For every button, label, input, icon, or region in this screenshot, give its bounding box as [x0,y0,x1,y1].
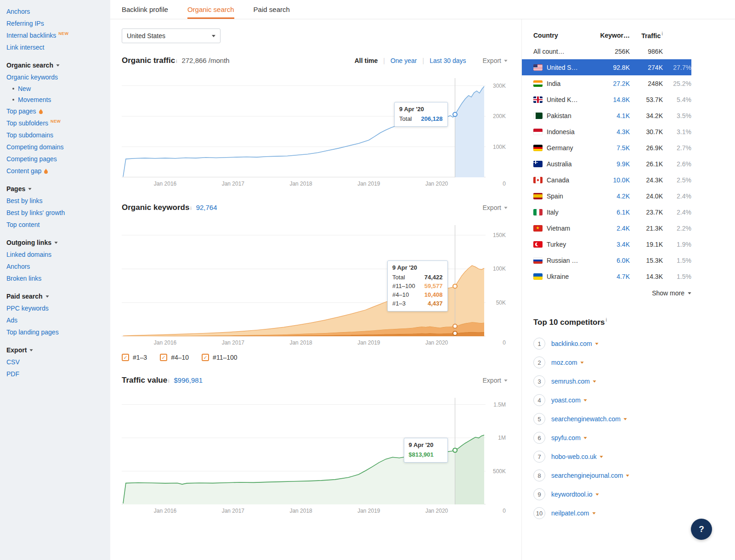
keywords-value[interactable]: 4.2K [597,192,630,200]
export-button[interactable]: Export [483,377,508,384]
organic-keywords-section: Organic keywords i 92,764 Export 9 Apr '… [122,203,508,361]
traffic-share: 2.7% [663,144,691,152]
sidebar-item-content-gap[interactable]: Content gap [6,165,106,177]
traffic-column-header[interactable]: Traffici [630,31,663,40]
sidebar-header-outgoing-links[interactable]: Outgoing links [6,237,106,249]
competitor-link-semrush-com[interactable]: semrush.com [551,378,596,385]
competitor-link-spyfu-com[interactable]: spyfu.com [551,434,587,441]
keywords-value[interactable]: 6.1K [597,209,630,216]
sidebar-item-link-intersect[interactable]: Link intersect [6,41,106,53]
competitor-link-hobo-web-co-uk[interactable]: hobo-web.co.uk [551,453,603,460]
sidebar-item-ppc-keywords[interactable]: PPC keywords [6,302,106,314]
range-all-time[interactable]: All time [355,57,378,64]
keywords-value[interactable]: 27.2K [597,80,630,87]
position-filter-1-3[interactable]: ✓#1–3 [122,354,147,361]
country-row-australia[interactable]: Australia9.9K26.1K2.6% [522,156,691,172]
country-row-ukraine[interactable]: Ukraine4.7K14.3K1.5% [522,268,691,284]
sidebar-item-top-subdomains[interactable]: Top subdomains [6,129,106,141]
country-row-india[interactable]: India27.2K248K25.2% [522,75,691,91]
tab-backlink-profile[interactable]: Backlink profile [122,0,168,19]
competitor-link-searchenginejournal-com[interactable]: searchenginejournal.com [551,472,629,479]
flag-ca-icon [533,177,543,183]
export-button[interactable]: Export [483,57,508,64]
keywords-value[interactable]: 9.9K [597,160,630,168]
sidebar-item-broken-links[interactable]: Broken links [6,272,106,284]
keywords-value[interactable]: 4.1K [597,112,630,119]
sidebar-item-anchors[interactable]: Anchors [6,260,106,272]
sidebar-item-new[interactable]: New [6,83,106,94]
sidebar-item-pdf[interactable]: PDF [6,368,106,380]
keywords-value[interactable]: 4.3K [597,128,630,136]
country-row-all-count[interactable]: All count…256K986K [522,43,691,59]
keywords-value[interactable]: 4.7K [597,273,630,280]
competitor-domain: neilpatel.com [551,509,589,517]
country-row-canada[interactable]: Canada10.0K24.3K2.5% [522,172,691,188]
competitor-link-backlinko-com[interactable]: backlinko.com [551,340,599,347]
show-more-button[interactable]: Show more [533,284,691,302]
sidebar-header-export[interactable]: Export [6,344,106,356]
organic-keywords-chart[interactable]: 9 Apr '20Total74,422#11–10059,577#4–1010… [122,225,486,336]
sidebar-header-organic-search[interactable]: Organic search [6,59,106,71]
sidebar-item-top-content[interactable]: Top content [6,219,106,231]
keywords-value[interactable]: 92.8K [597,64,630,71]
country-row-italy[interactable]: Italy6.1K23.7K2.4% [522,204,691,220]
sidebar-item-csv[interactable]: CSV [6,356,106,368]
keywords-value[interactable]: 10.0K [597,176,630,184]
sidebar-item-competing-domains[interactable]: Competing domains [6,141,106,153]
competitor-link-keywordtool-io[interactable]: keywordtool.io [551,491,599,498]
keywords-value[interactable]: 2.4K [597,225,630,232]
keywords-column-header[interactable]: Keywor… [597,32,630,39]
position-filter-4-10[interactable]: ✓#4–10 [160,354,189,361]
sidebar-item-competing-pages[interactable]: Competing pages [6,153,106,165]
sidebar-item-organic-keywords[interactable]: Organic keywords [6,71,106,83]
traffic-value-value[interactable]: $996,981 [174,376,203,384]
sidebar-item-top-landing-pages[interactable]: Top landing pages [6,326,106,338]
country-row-pakistan[interactable]: Pakistan4.1K34.2K3.5% [522,107,691,124]
sidebar-header-pages[interactable]: Pages [6,183,106,195]
country-row-russian[interactable]: Russian …6.0K15.3K1.5% [522,252,691,268]
sidebar-item-top-subfolders[interactable]: Top subfoldersNEW [6,117,106,129]
sidebar-item-ads[interactable]: Ads [6,314,106,326]
sidebar-header-paid-search[interactable]: Paid search [6,290,106,302]
keywords-value[interactable]: 14.8K [597,96,630,103]
country-column-header[interactable]: Country [533,32,597,39]
competitor-link-moz-com[interactable]: moz.com [551,359,584,366]
sidebar-item-movements[interactable]: Movements [6,94,106,105]
tab-paid-search[interactable]: Paid search [254,0,290,19]
country-row-united-s[interactable]: United S…92.8K274K27.7% [522,59,691,75]
range-last-30-days[interactable]: Last 30 days [430,57,466,64]
country-select[interactable]: United States [122,28,220,43]
organic-keywords-value[interactable]: 92,764 [196,204,217,211]
sidebar-item-linked-domains[interactable]: Linked domains [6,249,106,260]
competitor-link-searchenginewatch-com[interactable]: searchenginewatch.com [551,415,627,423]
sidebar-item-internal-backlinks[interactable]: Internal backlinksNEW [6,29,106,41]
country-row-turkey[interactable]: Turkey3.4K19.1K1.9% [522,236,691,252]
country-row-germany[interactable]: Germany7.5K26.9K2.7% [522,140,691,156]
range-one-year[interactable]: One year [390,57,417,64]
keywords-value[interactable]: 7.5K [597,144,630,152]
competitor-link-neilpatel-com[interactable]: neilpatel.com [551,509,596,517]
sidebar-item-referring-ips[interactable]: Referring IPs [6,17,106,29]
tab-organic-search[interactable]: Organic search [187,0,234,19]
organic-traffic-chart[interactable]: 9 Apr '20Total206,128 [122,78,486,177]
y-axis: 1.5M1M500K [486,398,508,504]
keywords-value[interactable]: 3.4K [597,241,630,248]
country-row-indonesia[interactable]: Indonesia4.3K30.7K3.1% [522,124,691,140]
help-button[interactable]: ? [691,519,712,540]
traffic-value: 19.1K [630,241,663,248]
competitor-link-yoast-com[interactable]: yoast.com [551,396,587,404]
export-button[interactable]: Export [483,204,508,211]
country-row-spain[interactable]: Spain4.2K24.0K2.4% [522,188,691,204]
tooltip-row: #4–1010,408 [392,290,442,299]
keywords-value[interactable]: 6.0K [597,257,630,264]
sidebar-item-anchors[interactable]: Anchors [6,6,106,17]
sidebar-item-best-by-links-growth[interactable]: Best by links' growth [6,207,106,219]
traffic-value-chart[interactable]: 9 Apr '20$813,901 [122,398,486,504]
sidebar-item-label: Top content [6,219,40,231]
flag-ru-icon [533,257,543,264]
country-row-united-k[interactable]: United K…14.8K53.7K5.4% [522,91,691,107]
position-filter-11-100[interactable]: ✓#11–100 [202,354,237,361]
sidebar-item-best-by-links[interactable]: Best by links [6,195,106,207]
sidebar-item-label: PPC keywords [6,302,49,314]
country-row-vietnam[interactable]: Vietnam2.4K21.3K2.2% [522,220,691,236]
